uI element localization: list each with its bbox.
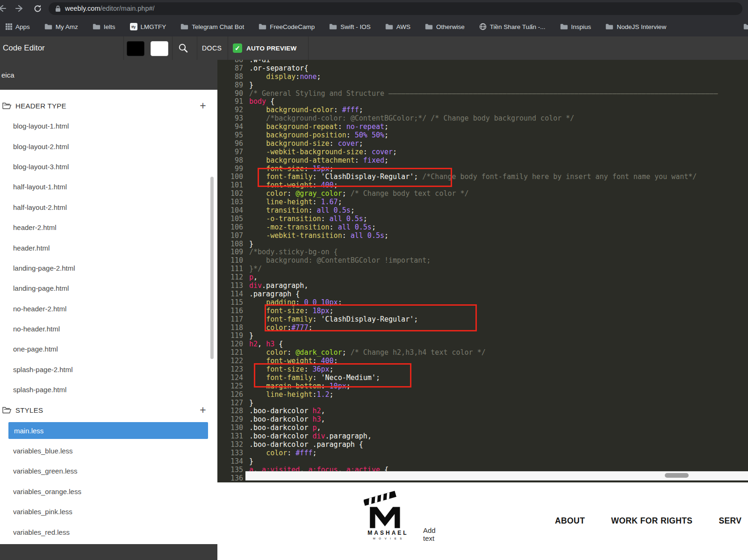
file-item[interactable]: variables_orange.less [0, 481, 217, 502]
url-bar[interactable]: weebly.com/editor/main.php#/ [49, 2, 742, 15]
checkbox-checked-icon[interactable]: ✓ [233, 43, 242, 53]
horizontal-scrollbar[interactable] [245, 471, 748, 481]
file-item[interactable]: landing-page.html [0, 278, 217, 298]
file-item[interactable]: landing-page-2.html [0, 258, 217, 278]
code-line: 116 font-size: 18px; [217, 307, 748, 316]
code-line: 113div.paragraph, [217, 282, 748, 290]
code-line: 124 font-family: 'Neco-Medium'; [217, 374, 748, 382]
file-item[interactable]: no-header-2.html [0, 299, 217, 319]
bookmark-item[interactable]: My Amz [44, 23, 78, 30]
line-number: 102 [217, 190, 249, 198]
folder-icon [44, 23, 52, 30]
code-line: 118 color:#777; [217, 324, 748, 332]
file-item[interactable]: half-layout-1.html [0, 177, 217, 197]
file-item[interactable]: main.less [8, 422, 208, 439]
line-number: 118 [217, 324, 249, 332]
code-line: 133 color: #fff; [217, 449, 748, 458]
line-number: 120 [217, 340, 249, 349]
forward-icon[interactable] [14, 3, 25, 14]
code-line: 93 /*background-color: @ContentBGColor;*… [217, 115, 748, 123]
file-item[interactable]: blog-layout-3.html [0, 157, 217, 177]
nav-link[interactable]: WORK FOR RIGHTS [611, 516, 692, 526]
site-preview: MASHAEL M O V I E S Add text ABOUTWORK F… [217, 482, 748, 560]
add-file-button[interactable]: + [200, 101, 206, 111]
folder-icon [93, 23, 101, 30]
line-number: 110 [217, 257, 249, 265]
file-item[interactable]: half-layout-2.html [0, 197, 217, 217]
search-icon[interactable] [178, 43, 188, 55]
section-header-header-type: HEADER TYPE+ [0, 95, 217, 116]
bookmark-item[interactable]: Otherwise [425, 23, 465, 30]
code-line: 98 background-attachment: fixed; [217, 157, 748, 165]
file-item[interactable]: blog-layout-1.html [0, 116, 217, 136]
file-item[interactable]: no-header.html [0, 319, 217, 339]
line-number: 133 [217, 449, 249, 458]
color-swatch-black[interactable] [127, 41, 144, 56]
file-item[interactable]: header-2.html [0, 217, 217, 237]
apps-grid-icon [6, 23, 12, 30]
line-number: 87 [217, 65, 249, 73]
file-item[interactable]: one-page.html [0, 339, 217, 359]
line-number: 123 [217, 366, 249, 374]
file-item[interactable]: splash-page.html [0, 380, 217, 400]
bookmark-item[interactable]: Swift - IOS [329, 23, 371, 30]
bookmark-item[interactable]: Apps [6, 23, 30, 30]
nav-link[interactable]: SERV [719, 516, 741, 526]
bookmark-label: Otherwise [436, 23, 465, 30]
bookmark-item[interactable]: AWS [385, 23, 410, 30]
line-number: 107 [217, 232, 249, 240]
sidebar-footer [0, 544, 217, 560]
code-editor[interactable]: 86.w-di87.or-separator{88 display:none;8… [217, 60, 748, 482]
line-number: 99 [217, 165, 249, 173]
code-line: 131.boo-darkcolor div.paragraph, [217, 432, 748, 441]
bookmark-item[interactable] [743, 23, 748, 30]
code-line: 108} [217, 240, 748, 249]
sidebar-scrollbar[interactable] [210, 177, 214, 359]
code-line: 99 font-size: 15px; [217, 165, 748, 173]
file-item[interactable]: variables_blue.less [0, 441, 217, 461]
file-item[interactable]: variables_pink.less [0, 502, 217, 522]
folder-icon [425, 23, 433, 30]
color-swatch-white[interactable] [151, 41, 168, 56]
scrollbar-thumb[interactable] [665, 473, 689, 478]
code-line: 102 color: @gray_color; /* Change body t… [217, 190, 748, 198]
file-item[interactable]: blog-layout-2.html [0, 136, 217, 156]
docs-button[interactable]: DOCS [202, 36, 222, 60]
auto-preview-toggle[interactable]: ✓ AUTO PREVIEW [233, 36, 297, 60]
add-text-placeholder[interactable]: Add text [423, 526, 445, 543]
bookmark-label: My Amz [56, 23, 78, 30]
line-number: 128 [217, 407, 249, 416]
code-line: 119} [217, 332, 748, 340]
line-number: 98 [217, 157, 249, 165]
code-line: 125 margin-bottom: 10px; [217, 382, 748, 391]
code-line: 129.boo-darkcolor h3, [217, 416, 748, 424]
bookmark-item[interactable]: Telegram Chat Bot [180, 23, 244, 30]
file-item[interactable]: variables_green.less [0, 461, 217, 481]
file-item[interactable]: header.html [0, 237, 217, 258]
bookmark-label: Inspius [571, 23, 591, 30]
code-line: 120h2, h3 { [217, 340, 748, 349]
section-title-label: STYLES [15, 406, 43, 414]
bookmark-item[interactable]: tfyLMGTFY [130, 23, 166, 30]
bookmark-item[interactable]: Ielts [93, 23, 115, 30]
back-icon[interactable] [0, 3, 7, 14]
bookmark-label: Telegram Chat Bot [192, 23, 244, 30]
url-domain: weebly.com [65, 5, 100, 12]
file-item[interactable]: variables_red.less [0, 522, 217, 542]
reload-icon[interactable] [32, 3, 43, 14]
line-number: 132 [217, 441, 249, 449]
nav-link[interactable]: ABOUT [555, 516, 585, 526]
bookmark-item[interactable]: Tiền Share Tuấn -... [479, 23, 546, 30]
bookmark-item[interactable]: Inspius [560, 23, 591, 30]
code-line: 95 background-position: 50% 50%; [217, 131, 748, 140]
bookmark-label: Ielts [104, 23, 115, 30]
file-item[interactable]: splash-page-2.html [0, 359, 217, 380]
bookmark-item[interactable]: FreeCodeCamp [259, 23, 315, 30]
add-file-button[interactable]: + [200, 405, 206, 416]
code-line: 117 font-family: 'ClashDisplay-Regular'; [217, 316, 748, 324]
line-number: 101 [217, 181, 249, 190]
preview-nav: ABOUTWORK FOR RIGHTSSERV [555, 516, 741, 526]
code-line: 109/*body.sticky-bg-on { [217, 248, 748, 257]
bookmark-item[interactable]: NodeJS Interview [605, 23, 666, 30]
toolbar-divider [123, 36, 124, 60]
